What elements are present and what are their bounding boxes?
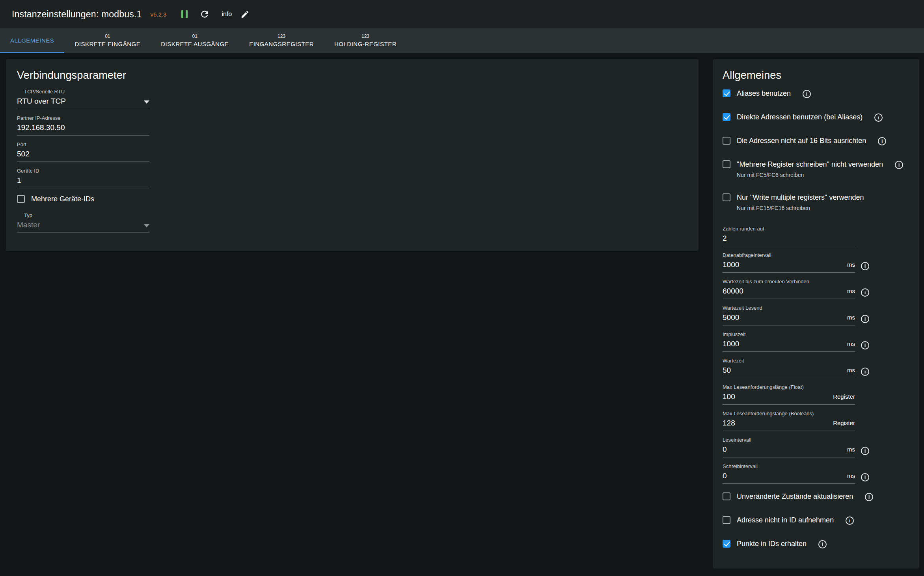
- field-label: Partner IP-Adresse: [17, 115, 149, 121]
- checkbox-row-aliases[interactable]: Aliases benutzen: [723, 89, 910, 98]
- checkbox-row-write-multiple[interactable]: Nur "Write multiple registers" verwenden…: [723, 193, 910, 212]
- write-multiple-checkbox[interactable]: [723, 193, 730, 201]
- punkte-ids-checkbox[interactable]: [723, 540, 730, 548]
- field-row-wartezeit-lesend: Wartezeit Lesend 5000 ms: [723, 305, 910, 325]
- mehrere-register-checkbox[interactable]: [723, 160, 730, 168]
- info-circle-icon[interactable]: [861, 447, 869, 455]
- port-field[interactable]: Port 502: [17, 141, 149, 162]
- field-label: Impluszeit: [723, 331, 855, 337]
- info-circle-icon[interactable]: [861, 262, 869, 270]
- tab-diskrete-ausgaenge[interactable]: 01 DISKRETE AUSGÄNGE: [151, 28, 239, 53]
- checkbox-sublabel: Nur mit FC15/FC16 schreiben: [737, 205, 864, 212]
- tab-bar: ALLGEMEINES 01 DISKRETE EINGÄNGE 01 DISK…: [0, 28, 924, 53]
- wartezeit-lesend-input[interactable]: 5000 ms: [723, 313, 855, 325]
- zahlen-runden-input[interactable]: 2: [723, 234, 855, 246]
- info-circle-icon[interactable]: [895, 161, 903, 169]
- field-row-leseintervall: Leseintervall 0 ms: [723, 437, 910, 457]
- field-row-wartezeit-verbinden: Wartezeit bis zum erneuten Verbinden 600…: [723, 279, 910, 299]
- checkbox-row-punkte-ids[interactable]: Punkte in IDs erhalten: [723, 539, 910, 548]
- partner-ip-input[interactable]: 192.168.30.50: [17, 123, 149, 136]
- page-title: Instanzeinstellungen: modbus.1: [12, 9, 142, 20]
- max-lese-float-field[interactable]: Max Leseanforderungslänge (Float) 100 Re…: [723, 384, 855, 405]
- header: Instanzeinstellungen: modbus.1 v6.2.3 in…: [0, 0, 924, 28]
- info-circle-icon[interactable]: [861, 368, 869, 376]
- version-label: v6.2.3: [151, 11, 167, 18]
- field-label: Wartezeit Lesend: [723, 305, 855, 311]
- info-circle-icon[interactable]: [861, 315, 869, 323]
- tab-allgemeines[interactable]: ALLGEMEINES: [0, 28, 64, 53]
- tab-holding-register[interactable]: 123 HOLDING-REGISTER: [324, 28, 407, 53]
- field-suffix: ms: [847, 288, 855, 295]
- leseintervall-input[interactable]: 0 ms: [723, 445, 855, 457]
- wartezeit-field[interactable]: Wartezeit 50 ms: [723, 358, 855, 378]
- adresse-id-checkbox[interactable]: [723, 516, 730, 524]
- tab-label: EINGANGSREGISTER: [249, 41, 314, 48]
- field-value: 192.168.30.50: [17, 123, 65, 132]
- geraete-id-input[interactable]: 1: [17, 176, 149, 188]
- info-circle-icon[interactable]: [865, 493, 873, 501]
- field-value: Master: [17, 221, 40, 229]
- field-label: Max Leseanforderungslänge (Booleans): [723, 411, 855, 416]
- checkbox-label: Mehrere Geräte-IDs: [31, 194, 94, 204]
- field-suffix: ms: [847, 446, 855, 454]
- max-lese-booleans-input[interactable]: 128 Register: [723, 419, 855, 431]
- checkbox-label: Die Adressen nicht auf 16 Bits ausrichte…: [737, 136, 866, 145]
- connection-type-input[interactable]: RTU over TCP: [17, 97, 149, 109]
- info-circle-icon[interactable]: [861, 288, 869, 297]
- tab-diskrete-eingaenge[interactable]: 01 DISKRETE EINGÄNGE: [64, 28, 151, 53]
- wartezeit-verbinden-input[interactable]: 60000 ms: [723, 287, 855, 299]
- multi-device-checkbox[interactable]: [17, 195, 25, 203]
- partner-ip-field[interactable]: Partner IP-Adresse 192.168.30.50: [17, 115, 149, 136]
- datenabfrageintervall-input[interactable]: 1000 ms: [723, 260, 855, 273]
- info-link[interactable]: info: [222, 11, 232, 18]
- field-row-max-lese-booleans: Max Leseanforderungslänge (Booleans) 128…: [723, 411, 910, 431]
- field-label: Datenabfrageintervall: [723, 252, 855, 258]
- field-label: Wartezeit: [723, 358, 855, 364]
- info-circle-icon[interactable]: [874, 113, 883, 122]
- geraete-id-field[interactable]: Geräte ID 1: [17, 168, 149, 188]
- impluszeit-input[interactable]: 1000 ms: [723, 340, 855, 352]
- tab-label: HOLDING-REGISTER: [334, 41, 397, 48]
- checkbox-sublabel: Nur mit FC5/FC6 schreiben: [737, 172, 883, 178]
- direkte-adressen-checkbox[interactable]: [723, 113, 730, 121]
- checkbox-row-mehrere-register[interactable]: "Mehrere Register schreiben" nicht verwe…: [723, 160, 910, 178]
- info-circle-icon[interactable]: [861, 341, 869, 349]
- aliases-checkbox[interactable]: [723, 89, 730, 97]
- checkbox-label: Aliases benutzen: [737, 89, 791, 98]
- multi-device-checkbox-row[interactable]: Mehrere Geräte-IDs: [17, 194, 687, 204]
- info-circle-icon[interactable]: [818, 540, 827, 548]
- tab-label: ALLGEMEINES: [10, 37, 54, 44]
- field-label: Port: [17, 141, 149, 147]
- impluszeit-field[interactable]: Impluszeit 1000 ms: [723, 331, 855, 352]
- tab-eingangsregister[interactable]: 123 EINGANGSREGISTER: [239, 28, 324, 53]
- info-circle-icon[interactable]: [878, 137, 886, 145]
- info-circle-icon[interactable]: [861, 473, 869, 481]
- wartezeit-input[interactable]: 50 ms: [723, 366, 855, 378]
- checkbox-row-direkte-adressen[interactable]: Direkte Adressen benutzen (bei Aliases): [723, 112, 910, 122]
- unveraenderte-checkbox[interactable]: [723, 492, 730, 500]
- max-lese-booleans-field[interactable]: Max Leseanforderungslänge (Booleans) 128…: [723, 411, 855, 431]
- checkbox-row-16-bits[interactable]: Die Adressen nicht auf 16 Bits ausrichte…: [723, 136, 910, 145]
- leseintervall-field[interactable]: Leseintervall 0 ms: [723, 437, 855, 457]
- max-lese-float-input[interactable]: 100 Register: [723, 392, 855, 405]
- field-row-datenabfrageintervall: Datenabfrageintervall 1000 ms: [723, 252, 910, 273]
- info-circle-icon[interactable]: [846, 517, 854, 525]
- checkbox-row-adresse-id[interactable]: Adresse nicht in ID aufnehmen: [723, 515, 910, 525]
- checkbox-row-unveraenderte[interactable]: Unveränderte Zustände aktualisieren: [723, 492, 910, 501]
- refresh-icon[interactable]: [199, 9, 210, 19]
- port-input[interactable]: 502: [17, 150, 149, 162]
- connection-type-select[interactable]: TCP/Serielle RTU RTU over TCP: [17, 89, 149, 109]
- general-title: Allgemeines: [723, 69, 910, 82]
- zahlen-runden-field[interactable]: Zahlen runden auf 2: [723, 226, 855, 246]
- wartezeit-lesend-field[interactable]: Wartezeit Lesend 5000 ms: [723, 305, 855, 325]
- pause-icon[interactable]: [181, 10, 188, 18]
- wartezeit-verbinden-field[interactable]: Wartezeit bis zum erneuten Verbinden 600…: [723, 279, 855, 299]
- datenabfrageintervall-field[interactable]: Datenabfrageintervall 1000 ms: [723, 252, 855, 273]
- schreibintervall-input[interactable]: 0 ms: [723, 472, 855, 484]
- align-16-bits-checkbox[interactable]: [723, 137, 730, 145]
- info-circle-icon[interactable]: [803, 90, 811, 98]
- pencil-icon[interactable]: [240, 10, 250, 19]
- field-value: 1000: [723, 260, 739, 269]
- schreibintervall-field[interactable]: Schreibintervall 0 ms: [723, 463, 855, 484]
- field-row-max-lese-float: Max Leseanforderungslänge (Float) 100 Re…: [723, 384, 910, 405]
